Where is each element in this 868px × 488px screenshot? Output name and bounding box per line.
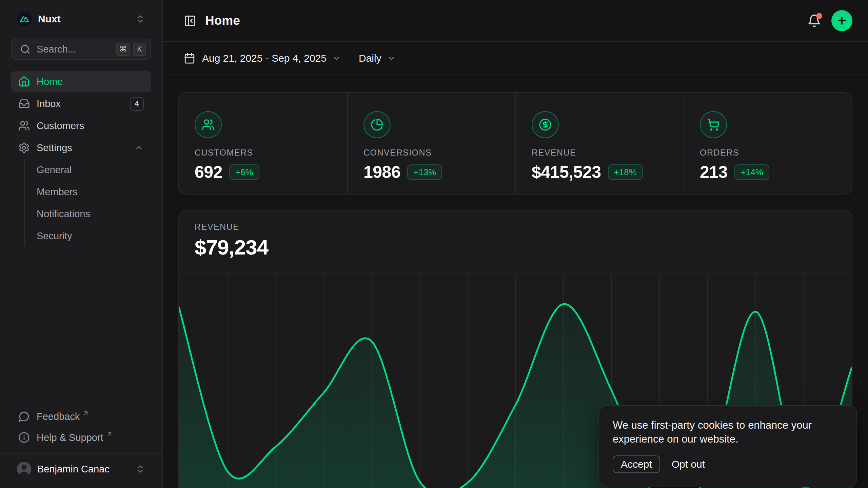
sidebar-subitem-security[interactable]: Security xyxy=(35,225,151,246)
granularity-value: Daily xyxy=(359,53,381,64)
avatar xyxy=(17,462,31,476)
sidebar-item-label: Inbox xyxy=(37,98,61,109)
stat-delta-badge: +14% xyxy=(734,164,769,180)
external-link-icon xyxy=(82,410,89,416)
stat-card-customers[interactable]: CUSTOMERS692+6% xyxy=(179,93,347,194)
house-icon xyxy=(18,76,30,87)
stat-label: CONVERSIONS xyxy=(363,148,502,158)
sidebar-item-inbox[interactable]: Inbox4 xyxy=(11,93,151,114)
inbox-count-badge: 4 xyxy=(130,97,144,111)
inbox-icon xyxy=(18,98,30,109)
sidebar-subitem-members[interactable]: Members xyxy=(35,181,151,202)
stat-value-row: 692+6% xyxy=(195,162,334,182)
cart-icon xyxy=(700,111,727,138)
user-menu[interactable]: Benjamin Canac xyxy=(11,454,151,484)
add-button[interactable] xyxy=(831,10,852,31)
stat-label: REVENUE xyxy=(532,148,670,158)
users-icon xyxy=(195,111,222,138)
sidebar-item-label: Customers xyxy=(37,120,84,131)
notification-dot xyxy=(816,13,822,19)
stat-value-row: 213+14% xyxy=(700,162,838,182)
cookie-message: We use first-party cookies to enhance yo… xyxy=(613,418,843,446)
date-range-value: Aug 21, 2025 - Sep 4, 2025 xyxy=(202,53,327,64)
stat-value-row: 1986+13% xyxy=(363,162,502,182)
sidebar-item-feedback[interactable]: Feedback xyxy=(11,406,151,427)
stat-value: 1986 xyxy=(363,162,400,182)
notifications-button[interactable] xyxy=(807,14,821,28)
feedback-label: Feedback xyxy=(37,411,80,422)
chevron-down-icon xyxy=(387,54,396,63)
external-link-icon xyxy=(106,431,113,438)
stat-card-revenue[interactable]: REVENUE$415,523+18% xyxy=(515,93,684,194)
stat-value-row: $415,523+18% xyxy=(532,162,670,182)
page-header: Home xyxy=(163,0,868,42)
sidebar-subitem-notifications[interactable]: Notifications xyxy=(35,203,151,224)
date-range-picker[interactable]: Aug 21, 2025 - Sep 4, 2025 xyxy=(178,53,341,64)
cookie-banner: We use first-party cookies to enhance yo… xyxy=(598,405,857,487)
opt-out-button[interactable]: Opt out xyxy=(672,459,705,470)
page-title: Home xyxy=(205,14,240,28)
kbd-k: K xyxy=(133,43,146,56)
stat-card-conversions[interactable]: CONVERSIONS1986+13% xyxy=(347,93,515,194)
dollar-circle-icon xyxy=(532,111,559,138)
chart-header: REVENUE $79,234 xyxy=(179,210,852,259)
chat-bubble-icon xyxy=(18,411,30,422)
chart-total-value: $79,234 xyxy=(195,235,836,259)
granularity-select[interactable]: Daily xyxy=(359,53,396,64)
sidebar-item-label: Settings xyxy=(37,142,72,154)
search-input[interactable]: Search... ⌘ K xyxy=(11,39,151,60)
accept-button[interactable]: Accept xyxy=(613,455,660,473)
sidebar-subitem-general[interactable]: General xyxy=(35,159,151,180)
workspace-name: Nuxt xyxy=(38,13,61,25)
sidebar-item-label: Home xyxy=(37,76,63,87)
stat-value: $415,523 xyxy=(532,162,601,182)
collapse-sidebar-icon[interactable] xyxy=(184,15,196,27)
sidebar-nav: HomeInbox4CustomersSettingsGeneralMember… xyxy=(11,71,151,246)
kbd-cmd: ⌘ xyxy=(116,43,130,56)
header-actions xyxy=(807,10,852,31)
search-shortcut: ⌘ K xyxy=(116,43,146,56)
chevrons-up-down-icon xyxy=(136,14,145,24)
help-support-label: Help & Support xyxy=(37,432,103,443)
stat-label: CUSTOMERS xyxy=(195,148,334,158)
stat-delta-badge: +18% xyxy=(608,164,643,180)
calendar-icon xyxy=(184,53,195,64)
info-icon xyxy=(18,432,30,443)
app-root: Nuxt Search... ⌘ K HomeInbox4CustomersSe… xyxy=(0,0,868,488)
sidebar-item-settings[interactable]: Settings xyxy=(11,137,151,158)
stat-delta-badge: +13% xyxy=(407,164,442,180)
sidebar-item-help-support[interactable]: Help & Support xyxy=(11,427,151,448)
sidebar: Nuxt Search... ⌘ K HomeInbox4CustomersSe… xyxy=(0,0,163,488)
settings-submenu: GeneralMembersNotificationsSecurity xyxy=(24,159,151,246)
nuxt-logo-icon xyxy=(17,12,32,26)
chevron-up-icon xyxy=(134,143,144,152)
chart-title: REVENUE xyxy=(195,222,836,232)
stat-card-orders[interactable]: ORDERS213+14% xyxy=(684,93,852,194)
sidebar-item-customers[interactable]: Customers xyxy=(11,115,151,136)
stat-delta-badge: +6% xyxy=(229,164,259,180)
chevrons-up-down-icon xyxy=(136,464,145,474)
workspace-switcher[interactable]: Nuxt xyxy=(11,9,151,29)
search-icon xyxy=(20,44,31,55)
sidebar-item-home[interactable]: Home xyxy=(11,71,151,92)
filters-toolbar: Aug 21, 2025 - Sep 4, 2025 Daily xyxy=(163,42,868,75)
sidebar-spacer xyxy=(11,246,151,406)
gear-icon xyxy=(18,142,30,154)
stat-value: 692 xyxy=(195,162,222,182)
stats-summary-card: CUSTOMERS692+6%CONVERSIONS1986+13%REVENU… xyxy=(178,92,852,195)
search-placeholder: Search... xyxy=(37,44,76,55)
stat-value: 213 xyxy=(700,162,728,182)
user-name: Benjamin Canac xyxy=(37,464,110,475)
chevron-down-icon xyxy=(332,54,341,63)
users-icon xyxy=(18,120,30,131)
cookie-actions: Accept Opt out xyxy=(613,455,843,473)
pie-chart-icon xyxy=(363,111,391,138)
stat-label: ORDERS xyxy=(700,148,838,158)
